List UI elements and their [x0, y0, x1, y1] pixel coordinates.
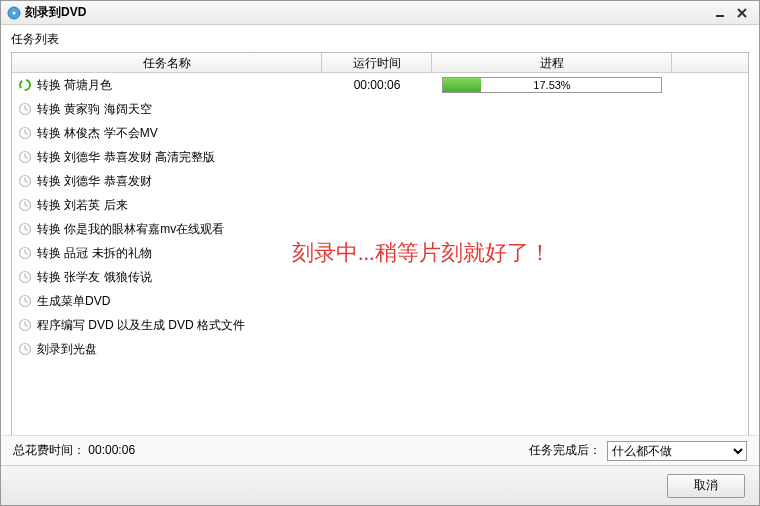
task-list-panel: 任务名称 运行时间 进程 转换 荷塘月色 00:00:06 17.53% 转换 …	[11, 52, 749, 444]
clock-icon	[18, 270, 32, 284]
svg-line-26	[25, 253, 28, 255]
table-row-active[interactable]: 转换 荷塘月色 00:00:06 17.53%	[12, 73, 748, 97]
total-time-value: 00:00:06	[88, 443, 135, 457]
clock-icon	[18, 294, 32, 308]
svg-line-11	[25, 133, 28, 135]
clock-icon	[18, 318, 32, 332]
clock-icon	[18, 198, 32, 212]
task-label: 转换 林俊杰 学不会MV	[37, 125, 158, 142]
table-row[interactable]: 转换 张学友 饿狼传说	[12, 265, 748, 289]
svg-point-1	[13, 11, 16, 14]
after-complete-label: 任务完成后：	[529, 442, 601, 459]
button-bar: 取消	[1, 465, 759, 505]
table-row[interactable]: 转换 刘德华 恭喜发财	[12, 169, 748, 193]
svg-line-38	[25, 349, 28, 351]
task-time: 00:00:06	[322, 78, 432, 92]
spinner-icon	[18, 78, 32, 92]
table-row[interactable]: 生成菜单DVD	[12, 289, 748, 313]
task-label: 转换 刘德华 恭喜发财	[37, 173, 152, 190]
svg-line-8	[25, 109, 28, 111]
task-label: 转换 你是我的眼林宥嘉mv在线观看	[37, 221, 224, 238]
svg-line-29	[25, 277, 28, 279]
clock-icon	[18, 246, 32, 260]
task-label: 转换 张学友 饿狼传说	[37, 269, 152, 286]
table-row[interactable]: 转换 你是我的眼林宥嘉mv在线观看	[12, 217, 748, 241]
titlebar: 刻录到DVD	[1, 1, 759, 25]
task-label: 刻录到光盘	[37, 341, 97, 358]
column-header-time[interactable]: 运行时间	[322, 53, 432, 72]
svg-line-14	[25, 157, 28, 159]
svg-point-5	[20, 80, 30, 90]
column-header-progress[interactable]: 进程	[432, 53, 672, 72]
svg-line-20	[25, 205, 28, 207]
clock-icon	[18, 222, 32, 236]
table-row[interactable]: 转换 黄家驹 海阔天空	[12, 97, 748, 121]
close-button[interactable]	[731, 4, 753, 22]
task-label: 转换 品冠 未拆的礼物	[37, 245, 152, 262]
window-title: 刻录到DVD	[25, 4, 86, 21]
clock-icon	[18, 126, 32, 140]
table-row[interactable]: 转换 刘若英 后来	[12, 193, 748, 217]
after-complete-select[interactable]: 什么都不做	[607, 441, 747, 461]
status-bar: 总花费时间： 00:00:06 任务完成后： 什么都不做	[1, 435, 759, 465]
task-label: 程序编写 DVD 以及生成 DVD 格式文件	[37, 317, 245, 334]
task-label: 转换 刘德华 恭喜发财 高清完整版	[37, 149, 215, 166]
svg-line-23	[25, 229, 28, 231]
section-label: 任务列表	[1, 25, 759, 52]
table-header: 任务名称 运行时间 进程	[12, 53, 748, 73]
minimize-button[interactable]	[709, 4, 731, 22]
column-header-spacer	[672, 53, 748, 72]
table-row[interactable]: 转换 刘德华 恭喜发财 高清完整版	[12, 145, 748, 169]
column-header-name[interactable]: 任务名称	[12, 53, 322, 72]
progress-bar: 17.53%	[442, 77, 662, 93]
progress-text: 17.53%	[443, 78, 661, 92]
clock-icon	[18, 102, 32, 116]
task-label: 生成菜单DVD	[37, 293, 110, 310]
table-row[interactable]: 刻录到光盘	[12, 337, 748, 361]
clock-icon	[18, 174, 32, 188]
clock-icon	[18, 150, 32, 164]
cancel-button[interactable]: 取消	[667, 474, 745, 498]
table-body: 转换 荷塘月色 00:00:06 17.53% 转换 黄家驹 海阔天空转换 林俊…	[12, 73, 748, 443]
task-label: 转换 刘若英 后来	[37, 197, 128, 214]
svg-line-35	[25, 325, 28, 327]
table-row[interactable]: 转换 林俊杰 学不会MV	[12, 121, 748, 145]
task-label: 转换 黄家驹 海阔天空	[37, 101, 152, 118]
app-icon	[7, 6, 21, 20]
table-row[interactable]: 转换 品冠 未拆的礼物	[12, 241, 748, 265]
clock-icon	[18, 342, 32, 356]
total-time-label: 总花费时间：	[13, 443, 85, 457]
table-row[interactable]: 程序编写 DVD 以及生成 DVD 格式文件	[12, 313, 748, 337]
task-label: 转换 荷塘月色	[37, 77, 112, 94]
svg-line-32	[25, 301, 28, 303]
svg-line-17	[25, 181, 28, 183]
